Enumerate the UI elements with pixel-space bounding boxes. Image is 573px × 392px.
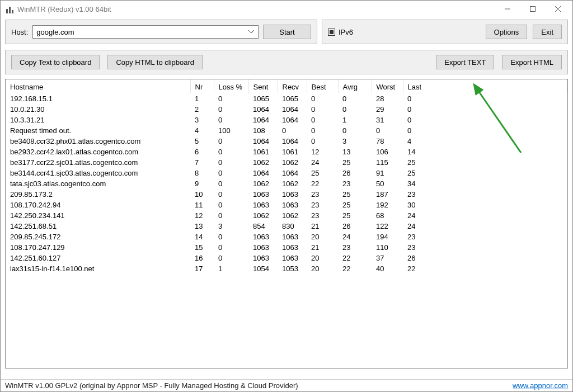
table-row[interactable]: 142.251.68.51133854830212612224 — [6, 221, 567, 232]
cell-recv: 1062 — [278, 178, 307, 189]
col-last[interactable]: Last — [403, 79, 567, 93]
cell-best: 20 — [307, 253, 338, 263]
checkbox-icon — [328, 29, 335, 36]
table-row[interactable]: be3177.ccr22.sjc01.atlas.cogentco.com701… — [6, 157, 567, 168]
cell-avrg: 22 — [338, 253, 372, 263]
export-text-button[interactable]: Export TEXT — [436, 55, 494, 69]
col-avrg[interactable]: Avrg — [338, 79, 372, 93]
cell-best: 0 — [307, 136, 338, 147]
status-text: WinMTR v1.00 GPLv2 (original by Appnor M… — [5, 381, 298, 390]
cell-recv: 1062 — [278, 210, 307, 221]
cell-best: 20 — [307, 263, 338, 274]
cell-sent: 1061 — [248, 147, 278, 157]
cell-nr: 8 — [190, 168, 214, 178]
table-row[interactable]: 108.170.247.12915010631063212311023 — [6, 242, 567, 253]
cell-sent: 1064 — [248, 168, 278, 178]
close-button[interactable] — [545, 1, 570, 17]
svg-rect-1 — [530, 7, 535, 12]
cell-best: 0 — [307, 115, 338, 125]
cell-avrg: 23 — [338, 242, 372, 253]
cell-hostname: be3177.ccr22.sjc01.atlas.cogentco.com — [6, 157, 190, 168]
table-row[interactable]: tata.sjc03.atlas.cogentco.com90106210622… — [6, 178, 567, 189]
table-row[interactable]: 142.251.60.1271601063106320223726 — [6, 253, 567, 263]
col-nr[interactable]: Nr — [190, 79, 214, 93]
cell-worst: 31 — [372, 115, 403, 125]
cell-nr: 17 — [190, 263, 214, 274]
host-combobox[interactable]: google.com — [32, 25, 259, 39]
cell-worst: 194 — [372, 232, 403, 242]
table-row[interactable]: 192.168.15.1101065106500280 — [6, 93, 567, 104]
cell-loss: 1 — [214, 263, 248, 274]
col-sent[interactable]: Sent — [248, 79, 278, 93]
cell-best: 12 — [307, 147, 338, 157]
table-row[interactable]: Request timed out.410010800000 — [6, 125, 567, 136]
appnor-link[interactable]: www.appnor.com — [513, 381, 568, 390]
cell-avrg: 24 — [338, 232, 372, 242]
options-panel: IPv6 Options Exit — [322, 20, 568, 44]
ipv6-checkbox[interactable]: IPv6 — [328, 28, 353, 36]
cell-recv: 1064 — [278, 168, 307, 178]
copy-html-button[interactable]: Copy HTML to clipboard — [107, 55, 203, 69]
cell-loss: 0 — [214, 242, 248, 253]
cell-avrg: 26 — [338, 221, 372, 232]
cell-recv: 1063 — [278, 253, 307, 263]
cell-sent: 1063 — [248, 232, 278, 242]
exit-button[interactable]: Exit — [533, 25, 562, 39]
cell-worst: 40 — [372, 263, 403, 274]
cell-last: 23 — [403, 189, 567, 200]
cell-worst: 29 — [372, 104, 403, 115]
cell-recv: 1064 — [278, 136, 307, 147]
cell-best: 0 — [307, 93, 338, 104]
table-row[interactable]: 10.3.31.21301064106401310 — [6, 115, 567, 125]
copy-text-button[interactable]: Copy Text to clipboard — [11, 55, 100, 69]
table-row[interactable]: 142.250.234.1411201062106223256824 — [6, 210, 567, 221]
cell-recv: 1063 — [278, 189, 307, 200]
col-recv[interactable]: Recv — [278, 79, 307, 93]
table-row[interactable]: 209.85.173.210010631063232518723 — [6, 189, 567, 200]
cell-loss: 0 — [214, 253, 248, 263]
cell-last: 25 — [403, 168, 567, 178]
col-worst[interactable]: Worst — [372, 79, 403, 93]
table-row[interactable]: 108.170.242.9411010631063232519230 — [6, 200, 567, 210]
cell-last: 24 — [403, 221, 567, 232]
cell-recv: 1061 — [278, 147, 307, 157]
cell-worst: 115 — [372, 157, 403, 168]
maximize-button[interactable] — [520, 1, 545, 17]
col-hostname[interactable]: Hostname — [6, 79, 190, 93]
table-row[interactable]: 209.85.245.17214010631063202419423 — [6, 232, 567, 242]
cell-last: 25 — [403, 157, 567, 168]
cell-sent: 1064 — [248, 136, 278, 147]
cell-nr: 15 — [190, 242, 214, 253]
cell-last: 14 — [403, 147, 567, 157]
export-html-button[interactable]: Export HTML — [502, 55, 562, 69]
cell-avrg: 13 — [338, 147, 372, 157]
col-loss[interactable]: Loss % — [214, 79, 248, 93]
table-row[interactable]: be3144.ccr41.sjc03.atlas.cogentco.com801… — [6, 168, 567, 178]
cell-last: 22 — [403, 263, 567, 274]
table-row[interactable]: be2932.ccr42.lax01.atlas.cogentco.com601… — [6, 147, 567, 157]
table-row[interactable]: 10.0.21.30201064106400290 — [6, 104, 567, 115]
cell-best: 23 — [307, 189, 338, 200]
cell-nr: 1 — [190, 93, 214, 104]
minimize-button[interactable] — [495, 1, 520, 17]
table-row[interactable]: be3408.ccr32.phx01.atlas.cogentco.com501… — [6, 136, 567, 147]
cell-best: 0 — [307, 104, 338, 115]
table-row[interactable]: lax31s15-in-f14.1e100.net171105410532022… — [6, 263, 567, 274]
col-best[interactable]: Best — [307, 79, 338, 93]
cell-hostname: be3408.ccr32.phx01.atlas.cogentco.com — [6, 136, 190, 147]
options-button[interactable]: Options — [486, 25, 528, 39]
cell-loss: 0 — [214, 93, 248, 104]
cell-worst: 68 — [372, 210, 403, 221]
cell-loss: 0 — [214, 232, 248, 242]
cell-nr: 14 — [190, 232, 214, 242]
results-table[interactable]: Hostname Nr Loss % Sent Recv Best Avrg W… — [5, 79, 568, 369]
cell-avrg: 25 — [338, 210, 372, 221]
cell-avrg: 0 — [338, 125, 372, 136]
cell-last: 0 — [403, 104, 567, 115]
cell-last: 0 — [403, 93, 567, 104]
cell-hostname: 142.251.68.51 — [6, 221, 190, 232]
start-button[interactable]: Start — [263, 25, 311, 39]
host-panel: Host: google.com Start — [5, 20, 317, 44]
cell-recv: 1064 — [278, 115, 307, 125]
cell-worst: 122 — [372, 221, 403, 232]
